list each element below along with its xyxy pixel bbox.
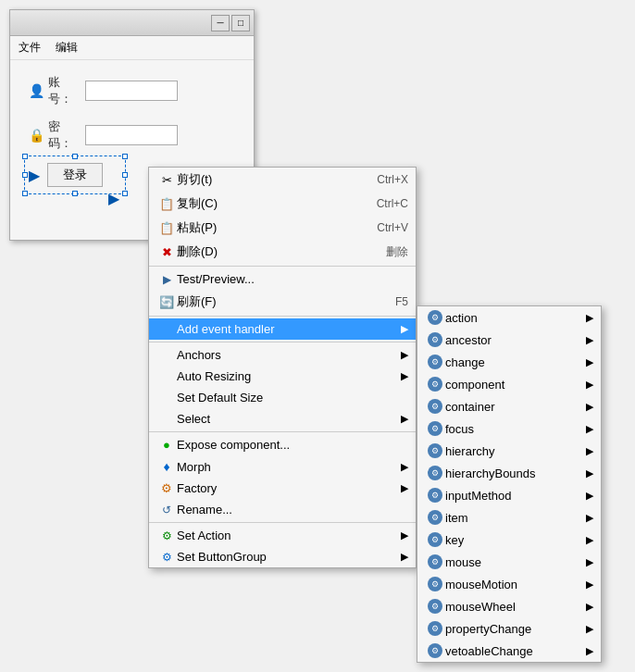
menu-anchors[interactable]: Anchors ▶: [149, 344, 416, 366]
event-hierarchy[interactable]: ⚙ hierarchy ▶: [417, 440, 601, 462]
event-action[interactable]: ⚙ action ▶: [417, 306, 601, 329]
event-propertychange[interactable]: ⚙ propertyChange ▶: [417, 617, 601, 640]
event-mousemotion[interactable]: ⚙ mouseMotion ▶: [417, 573, 601, 595]
morph-icon: ♦: [156, 459, 177, 474]
menu-factory[interactable]: ⚙ Factory ▶: [149, 478, 416, 499]
gear-circle-focus: ⚙: [428, 421, 442, 436]
event-focus-label: focus: [445, 422, 582, 436]
gear-circle-key: ⚙: [428, 532, 442, 547]
password-label-text: 密码：: [48, 118, 80, 152]
event-change-icon: ⚙: [425, 355, 445, 369]
separator-2: [149, 316, 416, 317]
user-icon: 👤: [29, 83, 44, 98]
morph-label: Morph: [177, 460, 397, 474]
event-inputmethod-arrow: ▶: [586, 490, 593, 502]
factory-label: Factory: [177, 481, 397, 495]
password-row: 🔒 密码：: [29, 118, 235, 152]
select-arrow: ▶: [401, 413, 408, 425]
event-inputmethod[interactable]: ⚙ inputMethod ▶: [417, 484, 601, 506]
handle-ml: [22, 172, 28, 178]
menu-set-buttongroup[interactable]: ⚙ Set ButtonGroup ▶: [149, 546, 416, 567]
menu-cut[interactable]: ✂ 剪切(t) Ctrl+X: [149, 168, 416, 192]
event-mousewheel-icon: ⚙: [425, 599, 445, 614]
menu-paste[interactable]: 📋 粘贴(P) Ctrl+V: [149, 216, 416, 240]
edit-menu[interactable]: 编辑: [53, 39, 81, 56]
gear-circle-hierarchy: ⚙: [428, 443, 442, 458]
event-item[interactable]: ⚙ item ▶: [417, 506, 601, 529]
event-inputmethod-label: inputMethod: [445, 489, 582, 503]
event-action-icon: ⚙: [425, 310, 445, 325]
menu-rename[interactable]: ↺ Rename...: [149, 499, 416, 520]
copy-icon: 📋: [156, 197, 177, 211]
copy-shortcut: Ctrl+C: [377, 197, 408, 210]
event-component[interactable]: ⚙ component ▶: [417, 373, 601, 395]
event-vetoablechange-arrow: ▶: [586, 645, 593, 657]
event-vetoablechange[interactable]: ⚙ vetoableChange ▶: [417, 640, 601, 662]
default-size-label: Set Default Size: [177, 391, 408, 404]
minimize-button[interactable]: ─: [211, 15, 230, 31]
gear-circle-container: ⚙: [428, 399, 442, 414]
event-hierarchybounds-label: hierarchyBounds: [445, 467, 582, 480]
event-propertychange-label: propertyChange: [445, 622, 582, 636]
anchors-label: Anchors: [177, 348, 397, 362]
event-ancestor[interactable]: ⚙ ancestor ▶: [417, 329, 601, 351]
set-action-label: Set Action: [177, 529, 397, 542]
gear-circle-ancestor: ⚙: [428, 332, 442, 347]
menu-copy[interactable]: 📋 复制(C) Ctrl+C: [149, 192, 416, 216]
menu-auto-resize[interactable]: Auto Resizing ▶: [149, 366, 416, 387]
event-mousewheel[interactable]: ⚙ mouseWheel ▶: [417, 595, 601, 617]
file-menu[interactable]: 文件: [16, 39, 44, 56]
menu-select[interactable]: Select ▶: [149, 408, 416, 429]
username-label-text: 账号：: [48, 74, 80, 107]
menu-expose[interactable]: ● Expose component...: [149, 434, 416, 455]
factory-arrow: ▶: [401, 482, 408, 494]
menu-preview[interactable]: ▶ Test/Preview...: [149, 268, 416, 290]
event-action-label: action: [445, 311, 582, 325]
event-key[interactable]: ⚙ key ▶: [417, 529, 601, 551]
event-mousewheel-label: mouseWheel: [445, 600, 582, 614]
event-change[interactable]: ⚙ change ▶: [417, 351, 601, 373]
event-container[interactable]: ⚙ container ▶: [417, 395, 601, 417]
event-hierarchybounds[interactable]: ⚙ hierarchyBounds ▶: [417, 462, 601, 484]
menu-morph[interactable]: ♦ Morph ▶: [149, 455, 416, 478]
event-mouse[interactable]: ⚙ mouse ▶: [417, 551, 601, 573]
add-event-label: Add event handler: [177, 322, 397, 336]
menu-add-event[interactable]: Add event handler ▶: [149, 318, 416, 340]
event-key-label: key: [445, 533, 582, 547]
auto-resize-label: Auto Resizing: [177, 369, 397, 383]
username-label: 👤 账号：: [29, 74, 80, 107]
login-button[interactable]: 登录: [47, 163, 103, 187]
menu-delete[interactable]: ✖ 删除(D) 删除: [149, 240, 416, 264]
maximize-button[interactable]: □: [231, 15, 250, 31]
rename-icon: ↺: [156, 504, 177, 516]
gear-circle-mouse: ⚙: [428, 554, 442, 569]
event-key-icon: ⚙: [425, 532, 445, 547]
handle-br: [122, 191, 128, 196]
event-container-arrow: ▶: [586, 401, 593, 413]
menu-bar: 文件 编辑: [10, 36, 254, 60]
title-bar-buttons: ─ □: [211, 15, 250, 31]
event-focus[interactable]: ⚙ focus ▶: [417, 417, 601, 440]
cut-icon: ✂: [156, 173, 177, 187]
event-propertychange-arrow: ▶: [586, 623, 593, 635]
menu-default-size[interactable]: Set Default Size: [149, 387, 416, 408]
handle-tr: [122, 154, 128, 159]
preview-label: Test/Preview...: [177, 272, 408, 286]
anchors-arrow: ▶: [401, 349, 408, 361]
menu-refresh[interactable]: 🔄 刷新(F) F5: [149, 290, 416, 314]
password-label: 🔒 密码：: [29, 118, 80, 152]
delete-label: 删除(D): [177, 243, 386, 260]
event-hierarchy-icon: ⚙: [425, 443, 445, 458]
event-mousemotion-arrow: ▶: [586, 579, 593, 591]
password-input[interactable]: [85, 125, 178, 145]
set-action-icon: ⚙: [156, 529, 177, 542]
event-key-arrow: ▶: [586, 534, 593, 546]
event-ancestor-label: ancestor: [445, 333, 582, 347]
menu-set-action[interactable]: ⚙ Set Action ▶: [149, 525, 416, 546]
event-hierarchybounds-icon: ⚙: [425, 466, 445, 480]
separator-4: [149, 431, 416, 432]
event-ancestor-arrow: ▶: [586, 334, 593, 346]
paste-label: 粘贴(P): [177, 219, 377, 236]
username-input[interactable]: [85, 81, 178, 101]
handle-mr: [122, 172, 128, 178]
